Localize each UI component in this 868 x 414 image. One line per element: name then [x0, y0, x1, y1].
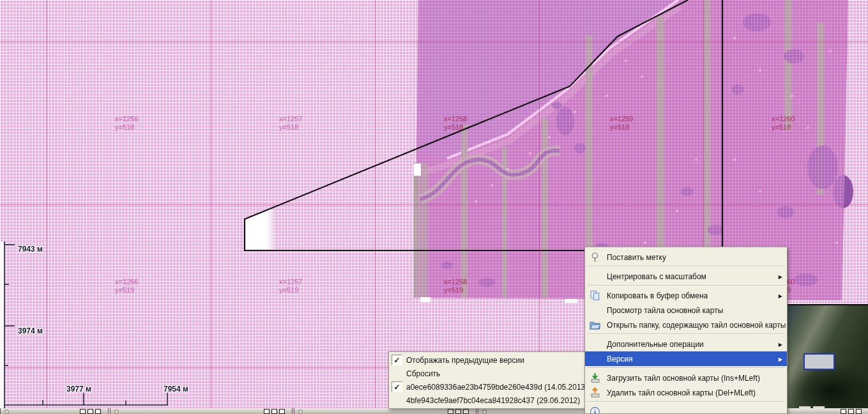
window-caption-button[interactable]	[95, 409, 101, 414]
version-submenu: ✓Отображать предыдущие версииСбросить✓a0…	[388, 351, 586, 409]
submenu-arrow-icon: ▶	[779, 356, 782, 362]
menu-item-delete-main-tile[interactable]: Удалить тайл основной карты (Del+MLeft)	[585, 385, 787, 400]
menu-item-label: Копировать в буфер обмена	[607, 291, 708, 300]
submenu-arrow-icon: ▶	[779, 273, 782, 279]
menu-item-additional-operations[interactable]: Дополнительные операции▶	[585, 337, 787, 351]
download-icon	[590, 372, 600, 383]
window-caption-button[interactable]	[279, 409, 285, 414]
window-caption-button[interactable]	[80, 409, 86, 414]
menu-separator	[587, 266, 785, 267]
window-caption-button[interactable]	[463, 409, 469, 414]
submenu-item-show-previous-versions[interactable]: ✓Отображать предыдущие версии	[389, 353, 586, 367]
menu-separator	[587, 285, 785, 286]
menu-item-open-tile-folder[interactable]: Открыть папку, содержащую тайл основной …	[585, 318, 787, 332]
window-caption-button[interactable]	[848, 409, 854, 414]
tile-coordinate-label: x=1258 y=518	[444, 115, 467, 132]
submenu-item-label: a0ece6089336ae23b4759bde260e439d (14.05.…	[406, 383, 588, 392]
submenu-item-version-2012[interactable]: 4bfe943cfe9aef7bc04eca841928c437 (29.06.…	[389, 394, 586, 407]
checkmark-icon: ✓	[392, 355, 402, 365]
menu-item-label: Просмотр тайла основной карты	[607, 306, 723, 315]
submenu-item-reset[interactable]: Сбросить	[389, 367, 586, 380]
measure-distance-label: 3974 м	[18, 326, 43, 335]
tile-coordinate-label: x=1257 y=519	[279, 278, 302, 295]
menu-item-view-main-map-tile[interactable]: Просмотр тайла основной карты	[585, 303, 787, 318]
checkmark-icon: ✓	[392, 381, 402, 392]
window-caption-button[interactable]	[271, 409, 277, 414]
window-icon	[298, 410, 303, 414]
menu-item-place-mark[interactable]: Поставить метку	[585, 250, 787, 264]
tile-coordinate-label: x=1258 y=519	[444, 278, 467, 295]
window-caption-fragment[interactable]	[294, 408, 476, 414]
submenu-item-label: Сбросить	[406, 369, 440, 378]
tile-coordinate-label: x=1259 y=518	[610, 115, 633, 132]
menu-item-center-with-scale[interactable]: Центрировать с масштабом▶	[585, 269, 787, 284]
menu-separator	[587, 401, 785, 402]
submenu-arrow-icon: ▶	[779, 341, 782, 347]
submenu-item-label: 4bfe943cfe9aef7bc04eca841928c437 (29.06.…	[406, 396, 580, 405]
menu-item-copy-to-clipboard[interactable]: Копировать в буфер обмена▶	[585, 288, 787, 303]
menu-item-label: Поставить метку	[607, 253, 666, 262]
measure-distance-label: 7943 м	[18, 245, 43, 254]
tile-context-menu: Поставить меткуЦентрировать с масштабом▶…	[584, 247, 788, 414]
window-caption-fragment[interactable]	[110, 408, 293, 414]
tile-coordinate-label: x=1256 y=519	[115, 278, 138, 295]
minimap-viewport-rect[interactable]	[803, 353, 835, 370]
menu-item-label: Открыть папку, содержащую тайл основной …	[607, 321, 786, 330]
window-caption-button[interactable]	[856, 409, 862, 414]
menu-item-label: Дополнительные операции	[607, 340, 704, 349]
window-caption-fragment[interactable]	[0, 408, 109, 414]
submenu-arrow-icon: ▶	[779, 293, 782, 298]
window-caption-button[interactable]	[448, 409, 453, 414]
window-caption-button[interactable]	[455, 409, 461, 414]
window-caption-button[interactable]	[841, 409, 846, 414]
folder-icon	[590, 319, 600, 330]
copy-icon	[590, 290, 600, 301]
menu-item-download-main-tile[interactable]: Загрузить тайл основной карты (Ins+MLeft…	[585, 371, 787, 385]
menu-separator	[587, 334, 785, 335]
menu-item-info-partial[interactable]	[585, 404, 787, 414]
submenu-item-label: Отображать предыдущие версии	[406, 356, 524, 365]
window-caption-button[interactable]	[88, 409, 93, 414]
window-icon	[114, 410, 119, 414]
measure-distance-label: 7954 м	[164, 385, 188, 394]
menu-item-label: Удалить тайл основной карты (Del+MLeft)	[607, 388, 756, 397]
measure-distance-label: 3977 м	[66, 385, 91, 394]
placemark-icon	[590, 252, 600, 263]
tile-coordinate-label: x=1257 y=518	[279, 115, 302, 132]
menu-item-label: Загрузить тайл основной карты (Ins+MLeft…	[607, 374, 760, 383]
menu-item-version[interactable]: Версия▶	[585, 351, 787, 366]
tile-coordinate-label: x=1260 y=518	[772, 115, 795, 132]
window-icon	[482, 410, 487, 414]
menu-item-label: Центрировать с масштабом	[607, 272, 706, 281]
window-caption-button[interactable]	[264, 409, 270, 414]
ruler-margin	[0, 241, 4, 409]
delete-icon	[590, 387, 600, 398]
tile-coordinate-label: x=1256 y=518	[115, 115, 138, 132]
menu-item-label: Версия	[607, 355, 633, 364]
window-icon	[4, 410, 9, 414]
map-application-window: x=1256 y=518x=1257 y=518x=1258 y=518x=12…	[0, 0, 868, 414]
info-icon	[590, 406, 600, 414]
menu-separator	[587, 367, 785, 369]
submenu-item-version-2013[interactable]: ✓a0ece6089336ae23b4759bde260e439d (14.05…	[389, 380, 586, 394]
